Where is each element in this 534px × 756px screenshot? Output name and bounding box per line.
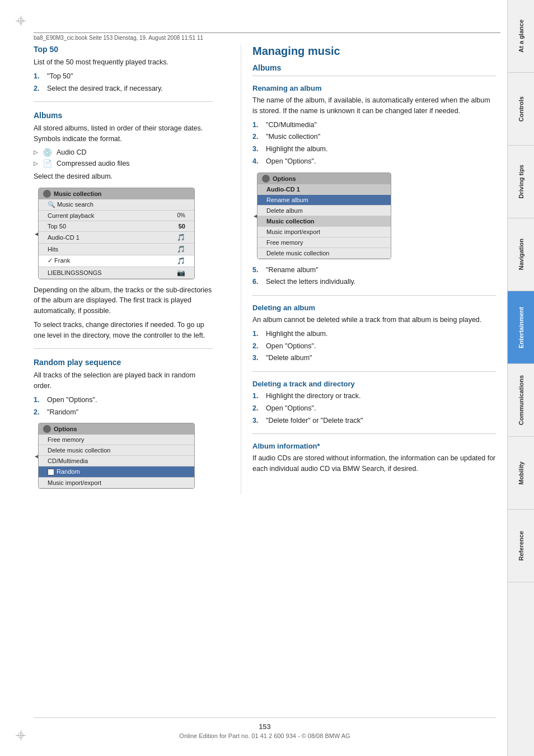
random-row-delete-music: Delete music collection [39,445,194,456]
rename-row-rename-album: Rename album [257,195,391,206]
file-info: ba8_E90M3_cic.book Seite 153 Dienstag, 1… [34,35,203,41]
delete-track-section: Deleting a track and directory 1. Highli… [252,380,496,426]
rename-row-delete-album: Delete album [257,206,391,216]
random-options-header: Options [39,423,194,435]
delete-track-steps: 1. Highlight the directory or track. 2. … [252,391,496,426]
divider-track-album-info [252,433,496,434]
rename-row-delete-collection: Delete music collection [257,248,391,259]
divider-top50-albums [34,101,213,102]
rename-album-title: Renaming an album [252,84,496,92]
main-content: Top 50 List of the 50 most frequently pl… [34,45,496,722]
top50-title: Top 50 [34,45,213,54]
rename-options-screen-wrapper: ◀ Options Audio-CD 1 Rename album [257,172,496,259]
random-step-2: 2. "Random" [34,407,213,418]
albums-section-left: Albums All stored albums, listed in orde… [34,111,213,340]
footer-text: Online Edition for Part no. 01 41 2 600 … [34,732,496,739]
rename-step-2: 2. "Music collection" [252,132,496,142]
random-play-steps: 1. Open "Options". 2. "Random" [34,395,213,418]
top50-description: List of the 50 most frequently played tr… [34,57,213,68]
delete-step-2: 2. Open "Options". [252,341,496,352]
random-row-cd-multimedia: CD/Multimedia [39,456,194,466]
music-collection-screen-wrapper: ◀ Music collection 🔍 Music search Curren… [38,188,213,279]
sidebar-tab-at-a-glance[interactable]: At a glance [508,0,534,73]
left-column: Top 50 List of the 50 most frequently pl… [34,45,224,494]
album-info-section: Album information* If audio CDs are stor… [252,442,496,474]
albums-body-text2: To select tracks, change directories if … [34,320,213,341]
delete-track-step-3: 3. "Delete folder" or "Delete track" [252,416,496,426]
random-options-icon [43,425,51,433]
random-row-music-import: Music import/export [39,478,194,488]
sidebar-tab-mobility[interactable]: Mobility [508,437,534,510]
screen-row-frank: ✓ Frank 🎵 [39,255,194,267]
rename-step-6: 6. Select the letters individually. [252,277,496,287]
top50-step-1: 1. "Top 50" [34,71,213,82]
rename-row-free-memory: Free memory [257,237,391,248]
music-collection-screen: Music collection 🔍 Music search Current … [38,188,195,279]
delete-album-steps: 1. Highlight the album. 2. Open "Options… [252,329,496,363]
rename-row-music-collection: Music collection [257,216,391,227]
random-checkbox [48,469,54,475]
delete-track-step-2: 2. Open "Options". [252,403,496,414]
rename-step-4: 4. Open "Options". [252,156,496,167]
random-play-title: Random play sequence [34,358,213,367]
sidebar-tab-navigation[interactable]: Navigation [508,218,534,291]
albums-select-instruction: Select the desired album. [34,171,213,182]
rename-row-audio-cd1: Audio-CD 1 [257,184,391,195]
rename-album-steps: 1. "CD/Multimedia" 2. "Music collection"… [252,120,496,167]
divider-right-albums [252,76,496,76]
right-sidebar: At a glance Controls Driving tips Naviga… [507,0,534,756]
top50-step-2: 2. Select the desired track, if necessar… [34,83,213,94]
corner-mark-tl [16,16,26,26]
divider-albums-random [34,348,213,349]
album-info-description: If audio CDs are stored without informat… [252,453,496,474]
screen-row-hits: Hits 🎵 [39,244,194,255]
rename-options-screen: Options Audio-CD 1 Rename album Delete a… [257,172,391,259]
random-play-section: Random play sequence All tracks of the s… [34,358,213,489]
delete-track-title: Deleting a track and directory [252,380,496,388]
random-options-screen-wrapper: ◀ Options Free memory Delete music colle… [38,423,213,489]
screen-row-top50: Top 50 50 [39,221,194,232]
rename-step-3: 3. Highlight the album. [252,144,496,155]
divider-rename-delete [252,295,496,296]
rename-options-body: Audio-CD 1 Rename album Delete album Mus… [257,184,391,259]
sidebar-tab-driving-tips[interactable]: Driving tips [508,146,534,218]
sidebar-tab-controls[interactable]: Controls [508,73,534,146]
rename-album-steps2: 5. "Rename album" 6. Select the letters … [252,265,496,288]
random-row-random: Random [39,466,194,478]
managing-music-title: Managing music [252,45,496,58]
top50-steps: 1. "Top 50" 2. Select the desired track,… [34,71,213,94]
audio-cd-icon: 💿 [43,148,52,157]
sidebar-tab-reference[interactable]: Reference [508,510,534,582]
screen-row-current-playback: Current playback 0% [39,211,194,221]
albums-body-text1: Depending on the album, the tracks or th… [34,285,213,316]
music-collection-header: Music collection [39,188,194,199]
divider-delete-track [252,371,496,372]
delete-album-section: Deleting an album An album cannot be del… [252,304,496,363]
two-column-layout: Top 50 List of the 50 most frequently pl… [34,45,496,494]
sidebar-tab-communications[interactable]: Communications [508,364,534,437]
music-collection-body: 🔍 Music search Current playback 0% Top 5… [39,199,194,279]
sidebar-tab-entertainment[interactable]: Entertainment [508,291,534,364]
top50-section: Top 50 List of the 50 most frequently pl… [34,45,213,94]
compressed-icon: 📄 [43,159,52,168]
albums-format-list: 💿 Audio CD 📄 Compressed audio files [34,148,213,168]
screen-row-lieblingssongs: LIEBLINGSSONGS 📷 [39,267,194,279]
random-step-1: 1. Open "Options". [34,395,213,405]
albums-description: All stored albums, listed in order of th… [34,123,213,144]
rename-row-import-export: Music import/export [257,227,391,237]
album-info-title: Album information* [252,442,496,450]
rename-options-header: Options [257,173,391,184]
screen-row-audio-cd1: Audio-CD 1 🎵 [39,232,194,244]
delete-step-3: 3. "Delete album" [252,353,496,363]
rename-options-icon [262,175,270,183]
right-column: Managing music Albums Renaming an album … [241,45,496,494]
random-row-free-memory: Free memory [39,435,194,445]
rename-album-section: Renaming an album The name of the album,… [252,84,496,287]
corner-mark-bl [16,730,26,740]
rename-step-1: 1. "CD/Multimedia" [252,120,496,130]
albums-title-right: Albums [252,63,496,72]
delete-track-step-1: 1. Highlight the directory or track. [252,391,496,402]
screen-row-music-search: 🔍 Music search [39,199,194,211]
delete-step-1: 1. Highlight the album. [252,329,496,339]
music-collection-icon [43,190,51,198]
